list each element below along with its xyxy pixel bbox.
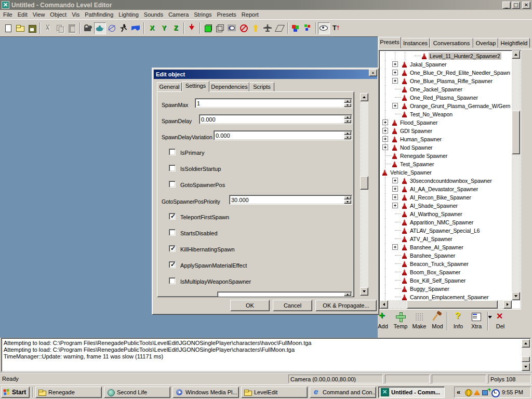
axis-x-button[interactable]: X [146,22,158,34]
expand-icon[interactable] [392,61,398,67]
menu-sounds[interactable]: Sounds [141,10,166,19]
tree-item-label[interactable]: AI_Shade_Spawner [409,202,459,209]
tree-item[interactable]: One_Blue_Plasma_Rifle_Spawner [380,77,510,85]
gotospawnerpos-checkbox[interactable] [169,181,176,188]
spinner-control[interactable] [344,131,351,139]
tree-item[interactable]: AI_Shade_Spawner [380,202,510,210]
expand-icon[interactable] [392,70,398,75]
tree-item-label[interactable]: Jakal_Spawner [409,61,448,68]
spawndelay-input[interactable]: 0.000 [199,114,352,124]
lock-objects-button[interactable] [238,22,250,34]
menu-view[interactable]: View [30,10,48,19]
tree-item[interactable]: Banshee_Spawner [380,251,510,260]
ok-button[interactable]: OK [230,300,270,311]
vis-points-button[interactable] [290,22,302,34]
tree-item[interactable]: Vehicle_Spawner [380,168,510,177]
save-file-button[interactable] [26,22,38,34]
tree-item-label[interactable]: Apparition_NMC_Spawner [409,219,474,226]
tree-item-label[interactable]: Vehicle_Spawner [389,169,433,176]
spinner-control[interactable] [344,99,351,107]
tree-item-label[interactable]: Boom_Box_Spawner [409,269,461,276]
isprimary-checkbox[interactable] [169,149,176,155]
tab-overlap[interactable]: Overlap [473,38,498,48]
killhibernatingspawn-checkbox[interactable]: ✓ [169,245,176,252]
taskbar-button-windows-media-pl-[interactable]: Windows Media Pl... [172,387,239,398]
close-button[interactable]: ✕ [522,2,530,9]
applyspawnmaterialeffect-checkbox[interactable]: ✓ [169,261,176,268]
tree-item-label[interactable]: Human_Spawner [399,136,443,143]
tree-item[interactable]: Orange_Grunt_Plasma_Gernade_W/Gerna [380,102,510,110]
scroll-right-button[interactable] [503,300,512,309]
gotospawnerpospriority-input[interactable]: 30.000 [229,195,352,205]
object-boxes-button[interactable] [302,22,314,34]
new-file-button[interactable] [2,22,14,34]
spawnmax-input[interactable]: 1 [195,98,352,108]
toggle-visibility-button[interactable] [226,22,238,34]
tree-item-label[interactable]: Level_11_Hunter2_Spawner2 [429,52,501,60]
object-mode-button[interactable] [94,22,106,34]
tree-item[interactable]: AI_Recon_Bike_Spawner [380,193,510,202]
tree-item[interactable]: GDI Spawner [380,127,510,135]
tree-item[interactable]: One_Blue_Or_Red_Elite_Needler_Spawne [380,69,510,77]
tree-item[interactable]: Nod Spawner [380,143,510,152]
orbit-mode-button[interactable] [106,22,118,34]
menu-edit[interactable]: Edit [15,10,30,19]
tree-item[interactable]: 30secondcountdownbox_Spawner [380,177,510,185]
alert-tray-icon[interactable] [473,389,481,396]
taskbar-button-command-and-con-[interactable]: Command and Con... [310,387,376,398]
scrollbar-thumb[interactable] [512,111,520,154]
raise-object-button[interactable] [250,22,262,34]
tab-presets[interactable]: Presets [378,37,401,48]
tree-vertical-scrollbar[interactable] [512,50,520,300]
tab-instances[interactable]: Instances [401,38,430,48]
scroll-up-button[interactable] [512,50,520,59]
spawndelayvariation-input[interactable]: 0.000 [214,130,352,140]
scroll-down-button[interactable] [360,287,368,296]
maximize-button[interactable]: □ [512,2,520,9]
tree-item[interactable]: Level_11_Hunter2_Spawner2 [380,52,510,60]
cancel-button[interactable]: Cancel [273,300,312,311]
tree-item[interactable]: Test_Spawner [380,160,510,168]
camera-mode-button[interactable] [82,22,94,34]
log-scrollbar[interactable] [522,339,530,371]
tree-item-label[interactable]: Flood_Spawner [399,119,438,126]
tab-heightfield[interactable]: Heightfield [498,38,530,48]
spinner-control[interactable] [344,292,351,297]
axis-z-button[interactable]: Z [170,22,182,34]
copy-button[interactable] [54,22,66,34]
tree-item-label[interactable]: Banshee_AI_Spawner [409,244,464,251]
tree-item[interactable]: Box_Kill_Self_Spawner [380,276,510,285]
expand-icon[interactable] [392,186,398,192]
expand-icon[interactable] [382,119,388,125]
tree-item-label[interactable]: 30secondcountdownbox_Spawner [409,177,493,184]
dialog-tab-scripts[interactable]: Scripts [249,82,274,91]
tree-item-label[interactable]: AI_Warthog_Spawner [409,210,463,218]
expand-icon[interactable] [392,103,398,109]
tree-item-label[interactable]: ATV_AI_Spawner [409,235,453,243]
tree-item-label[interactable]: Test_No_Weapon [409,111,454,118]
issoldierstartup-checkbox[interactable] [169,165,176,171]
tree-item-label[interactable]: Nod Spawner [399,144,434,151]
startsdisabled-checkbox[interactable] [169,229,176,236]
expand-icon[interactable] [382,144,388,150]
network-tray-icon[interactable] [482,389,490,396]
tree-item-label[interactable]: Beacon_Truck_Spawner [409,260,470,268]
tree-item[interactable]: One_Jackel_Spawner [380,85,510,94]
dialog-tab-general[interactable]: General [157,82,182,91]
start-button[interactable]: Start [1,387,30,398]
tree-item[interactable]: Flood_Spawner [380,118,510,127]
expand-icon[interactable] [392,178,398,183]
tree-item-label[interactable]: GDI Spawner [399,127,433,135]
menu-object[interactable]: Object [47,10,69,19]
minimize-button[interactable]: _ [502,2,511,9]
tree-item-label[interactable]: One_Blue_Plasma_Rifle_Spawner [409,77,494,85]
tree-item-label[interactable]: ATLAV_Spawner_Special_L6 [409,227,481,234]
tree-item-label[interactable]: Cannon_Emplacement_Spawner [409,294,490,301]
taskbar-button-untitled-comm-[interactable]: Untitled - Comm... [378,387,445,398]
chevron-tray-icon[interactable] [456,389,463,396]
menu-camera[interactable]: Camera [166,10,191,19]
tree-item[interactable]: AI_Warthog_Spawner [380,210,510,218]
scrollbar-thumb[interactable] [407,300,498,309]
cut-button[interactable] [42,22,54,34]
expand-icon[interactable] [382,136,388,142]
